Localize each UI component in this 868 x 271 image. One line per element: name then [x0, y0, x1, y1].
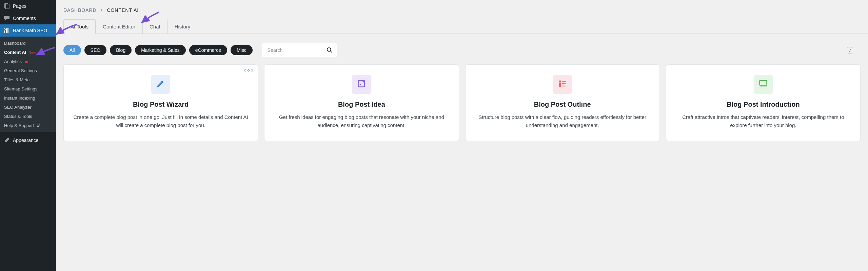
card-icon-box [352, 75, 371, 94]
search-wrapper [262, 43, 337, 57]
card-title: Blog Post Wizard [73, 101, 248, 108]
submenu-label: Content AI [4, 50, 26, 55]
tab-label: AI Tools [71, 24, 88, 29]
filter-seo[interactable]: SEO [84, 45, 107, 55]
svg-rect-3 [6, 29, 7, 33]
new-badge: New! [29, 51, 37, 55]
pencil-icon [156, 79, 165, 90]
tab-label: History [175, 24, 191, 29]
chip-label: eCommerce [195, 47, 221, 53]
svg-rect-1 [5, 4, 9, 9]
chip-label: All [70, 47, 75, 53]
search-icon[interactable] [327, 47, 333, 53]
filter-all[interactable]: All [63, 45, 81, 55]
shortcut-hint: / [847, 47, 853, 54]
card-icon-box [151, 75, 170, 94]
svg-rect-13 [760, 81, 767, 85]
note-icon [357, 79, 366, 90]
comment-icon [3, 15, 10, 22]
chip-label: Marketing & Sales [141, 47, 180, 53]
card-title: Blog Post Idea [274, 101, 449, 108]
card-description: Create a complete blog post in one go. J… [73, 113, 248, 129]
monitor-icon [758, 79, 768, 90]
card-description: Structure blog posts with a clear flow, … [475, 113, 650, 129]
filter-ecommerce[interactable]: eCommerce [189, 45, 227, 55]
submenu-sitemap-settings[interactable]: Sitemap Settings [0, 84, 56, 93]
svg-point-5 [327, 48, 331, 51]
tab-bar: AI Tools Content Editor Chat History [56, 19, 868, 34]
sidebar-item-label: Rank Math SEO [13, 28, 47, 33]
svg-rect-2 [4, 30, 5, 33]
chip-label: Blog [116, 47, 125, 53]
tab-history[interactable]: History [167, 19, 198, 34]
admin-sidebar: Pages Comments Rank Math SEO Dashboard C… [0, 0, 56, 271]
card-blog-post-idea[interactable]: Blog Post Idea Get fresh ideas for engag… [264, 64, 459, 141]
submenu-seo-analyzer[interactable]: SEO Analyzer [0, 103, 56, 112]
card-title: Blog Post Introduction [676, 101, 851, 108]
submenu-label: Analytics [4, 59, 22, 64]
card-blog-post-wizard[interactable]: Blog Post Wizard Create a complete blog … [63, 64, 258, 141]
menu-dots-icon[interactable] [244, 69, 253, 71]
card-description: Get fresh ideas for engaging blog posts … [274, 113, 449, 129]
submenu-instant-indexing[interactable]: Instant Indexing [0, 93, 56, 103]
submenu-label: SEO Analyzer [4, 105, 32, 110]
filter-misc[interactable]: Misc [231, 45, 253, 55]
submenu-general-settings[interactable]: General Settings [0, 66, 56, 75]
breadcrumb: DASHBOARD / CONTENT AI [56, 0, 868, 19]
sidebar-item-comments[interactable]: Comments [0, 12, 56, 24]
breadcrumb-separator: / [101, 7, 103, 13]
submenu-content-ai[interactable]: Content AI New! [0, 48, 56, 57]
card-title: Blog Post Outline [475, 101, 650, 108]
breadcrumb-current: CONTENT AI [107, 7, 139, 13]
filter-marketing[interactable]: Marketing & Sales [135, 45, 186, 55]
chip-label: SEO [91, 47, 101, 53]
submenu-help-support[interactable]: Help & Support [0, 121, 56, 130]
card-icon-box [754, 75, 773, 94]
filter-blog[interactable]: Blog [110, 45, 132, 55]
submenu-status-tools[interactable]: Status & Tools [0, 112, 56, 121]
breadcrumb-root[interactable]: DASHBOARD [63, 7, 97, 13]
main-content: DASHBOARD / CONTENT AI AI Tools Content … [56, 0, 868, 271]
sidebar-item-label: Appearance [13, 138, 39, 143]
submenu-label: Help & Support [4, 123, 34, 128]
tool-grid: Blog Post Wizard Create a complete blog … [56, 64, 868, 149]
chart-icon [3, 27, 10, 34]
filter-toolbar: All SEO Blog Marketing & Sales eCommerce… [56, 34, 868, 64]
submenu-label: Titles & Meta [4, 77, 29, 82]
external-link-icon [37, 124, 40, 128]
sidebar-item-pages[interactable]: Pages [0, 0, 56, 12]
tab-ai-tools[interactable]: AI Tools [63, 19, 96, 34]
alert-dot-icon [25, 61, 28, 63]
brush-icon [3, 137, 10, 144]
sidebar-item-label: Pages [13, 3, 26, 9]
sidebar-item-appearance[interactable]: Appearance [0, 134, 56, 146]
submenu-dashboard[interactable]: Dashboard [0, 39, 56, 48]
search-input[interactable] [262, 43, 337, 57]
svg-rect-7 [559, 81, 560, 82]
toolbar-right: / [847, 47, 853, 54]
tab-chat[interactable]: Chat [142, 19, 167, 34]
sidebar-item-rankmath[interactable]: Rank Math SEO [0, 24, 56, 37]
card-blog-post-introduction[interactable]: Blog Post Introduction Craft attractive … [666, 64, 861, 141]
card-description: Craft attractive intros that captivate r… [676, 113, 851, 129]
sidebar-submenu: Dashboard Content AI New! Analytics Gene… [0, 37, 56, 132]
pages-icon [3, 3, 10, 9]
chip-label: Misc [237, 47, 246, 53]
submenu-label: Instant Indexing [4, 96, 35, 101]
card-blog-post-outline[interactable]: Blog Post Outline Structure blog posts w… [465, 64, 660, 141]
list-icon [558, 79, 567, 90]
svg-rect-9 [559, 83, 560, 85]
submenu-label: General Settings [4, 68, 37, 73]
svg-rect-11 [559, 86, 560, 87]
card-icon-box [553, 75, 572, 94]
svg-rect-4 [7, 28, 8, 33]
submenu-titles-meta[interactable]: Titles & Meta [0, 75, 56, 84]
tab-label: Content Editor [103, 24, 135, 29]
submenu-analytics[interactable]: Analytics [0, 57, 56, 66]
submenu-label: Sitemap Settings [4, 86, 37, 91]
tab-content-editor[interactable]: Content Editor [96, 19, 142, 34]
submenu-label: Status & Tools [4, 114, 32, 119]
tab-label: Chat [150, 24, 160, 29]
sidebar-item-label: Comments [13, 16, 36, 21]
submenu-label: Dashboard [4, 41, 26, 46]
